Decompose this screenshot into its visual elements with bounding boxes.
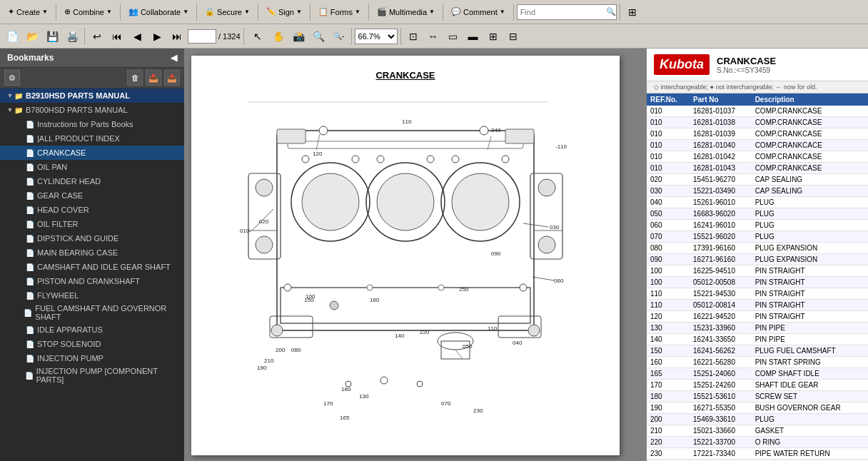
sidebar-import-button[interactable]: 📥 [146,70,161,86]
table-row[interactable]: 170 15251-24260 SHAFT IDLE GEAR [647,380,868,391]
sidebar-item-gear-case[interactable]: 📄 GEAR CASE [0,188,184,203]
table-row[interactable]: 020 15451-96270 CAP SEALING [647,174,868,186]
single-page-button[interactable]: ▭ [444,27,463,46]
sidebar-item-b7800hsd[interactable]: ▼ 📁 B7800HSD PARTS MANUAL [0,103,184,117]
open-button[interactable]: 📂 [23,27,41,46]
table-row[interactable]: 200 15469-33610 PLUG [647,414,868,425]
sidebar-item-instructions[interactable]: 📄 Instructions for Parts Books [0,117,184,131]
find-box[interactable]: 🔍 [517,4,617,20]
collaborate-menu[interactable]: 👥 Collaborate ▼ [123,3,193,21]
save-button[interactable]: 💾 [43,27,61,46]
sidebar-item-main-bearing[interactable]: 📄 MAIN BEARING CASE [0,245,184,260]
table-row[interactable]: 140 16241-33650 PIN PIPE [647,334,868,345]
table-row[interactable]: 165 15251-24060 COMP SHAFT IDLE [647,368,868,380]
print-button[interactable]: 🖨️ [63,27,81,46]
last-page-button[interactable]: ⏭ [168,27,186,46]
sidebar-settings-button[interactable]: ⚙ [4,70,20,86]
svg-rect-8 [288,141,523,148]
svg-text:-110: -110 [555,143,567,150]
sidebar-item-injection-pump-comp[interactable]: 📄 INJECTION PUMP [COMPONENT PARTS] [0,365,184,385]
table-row[interactable]: 040 15261-96010 PLUG [647,197,868,208]
table-row[interactable]: 060 16241-96010 PLUG [647,220,868,231]
sidebar-item-camshaft[interactable]: 📄 CAMSHAFT AND IDLE GEAR SHAFT [0,260,184,274]
multi-page-button[interactable]: ⊟ [504,27,523,46]
table-row[interactable]: 100 05012-00508 PIN STRAIGHT [647,277,868,288]
new-doc-button[interactable]: 📄 [3,27,21,46]
zoom-out-button[interactable]: 🔍- [330,27,348,46]
snapshot-tool-button[interactable]: 📸 [290,27,308,46]
table-row[interactable]: 010 16281-01040 COMP.CRANKCACE [647,140,868,151]
sidebar-item-all-product[interactable]: 📄 |ALL PRODUCT INDEX [0,131,184,146]
table-row[interactable]: 050 16683-96020 PLUG [647,208,868,220]
sidebar-item-b2910hsd[interactable]: ▼ 📁 B2910HSD PARTS MANUAL [0,88,184,103]
expand-button[interactable]: ⊞ [623,3,642,21]
zoom-select[interactable]: 66.7% 50% 75% 100% 125% 150% [355,29,398,44]
sidebar-item-crankcase[interactable]: 📄 CRANKCASE [0,146,184,160]
cell-desc: COMP.CRANKCASE [752,117,868,128]
sidebar-export-button[interactable]: 📤 [164,70,180,86]
multimedia-menu[interactable]: 🎬 Multimedia ▼ [372,3,440,21]
sidebar-item-dipstick[interactable]: 📄 DIPSTICK AND GUIDE [0,231,184,245]
page-current-input[interactable]: 535 [188,29,216,44]
sidebar-delete-button[interactable]: 🗑 [127,70,143,86]
serial-number: S.No.:<=SY3459 [717,66,776,74]
secure-menu[interactable]: 🔒 Secure ▼ [200,3,255,21]
find-input[interactable] [520,8,606,16]
sidebar-item-oil-filter[interactable]: 📄 OIL FILTER [0,217,184,231]
tree-label: FUEL CAMSHAFT AND GOVERNOR SHAFT [35,304,181,321]
tree-label: Instructions for Parts Books [37,120,133,128]
select-tool-button[interactable]: ↖ [247,27,268,46]
table-row[interactable]: 010 16281-01043 COMP.CRANKCASE [647,163,868,174]
sidebar-item-injection-pump[interactable]: 📄 INJECTION PUMP [0,351,184,365]
table-row[interactable]: 010 16281-01038 COMP.CRANKCASE [647,117,868,128]
svg-text:190: 190 [257,365,267,371]
table-row[interactable]: 120 16221-94520 PIN STRAIGHT [647,311,868,323]
sidebar-item-piston[interactable]: 📄 PISTON AND CRANKSHAFT [0,274,184,288]
sign-menu[interactable]: ✏️ Sign ▼ [261,3,307,21]
table-row[interactable]: 110 15221-94530 PIN STRAIGHT [647,288,868,300]
cell-desc: PIN STRAIGHT [752,311,868,323]
sidebar-item-idle-apparatus[interactable]: 📄 IDLE APPARATUS [0,323,184,337]
table-row[interactable]: 110 05012-00814 PIN STRAIGHT [647,300,868,311]
next-page-button[interactable]: ▶ [148,27,166,46]
doc-icon: 📄 [26,178,34,186]
continuous-button[interactable]: ▬ [464,27,483,46]
create-menu[interactable]: ✦ Create ▼ [3,3,53,21]
table-row[interactable]: 030 15221-03490 CAP SEALING [647,186,868,197]
table-row[interactable]: 080 17391-96160 PLUG EXPANSION [647,243,868,254]
fit-page-button[interactable]: ⊡ [404,27,423,46]
table-row[interactable]: 160 16221-56280 PIN START SPRING [647,357,868,368]
table-row[interactable]: 210 15021-33660 GASKET [647,425,868,437]
sidebar-item-fuel-camshaft[interactable]: 📄 FUEL CAMSHAFT AND GOVERNOR SHAFT [0,303,184,323]
page-total: 1324 [223,32,240,41]
first-page-button[interactable]: ⏮ [108,27,126,46]
sidebar-item-cylinder-head[interactable]: 📄 CYLINDER HEAD [0,174,184,188]
forms-menu[interactable]: 📋 Forms ▼ [313,3,365,21]
table-row[interactable]: 150 16241-56262 PLUG FUEL CAMSHAFT [647,345,868,357]
zoom-in-button[interactable]: 🔍 [310,27,328,46]
table-row[interactable]: 010 16281-01037 COMP.CRANKCASE [647,106,868,117]
comment-menu[interactable]: 💬 Comment ▼ [446,3,510,21]
hand-tool-button[interactable]: ✋ [270,27,288,46]
table-row[interactable]: 220 15221-33700 O RING [647,437,868,448]
prev-page-button[interactable]: ◀ [128,27,146,46]
table-row[interactable]: 100 16225-94510 PIN STRAIGHT [647,265,868,277]
table-row[interactable]: 090 16271-96160 PLUG EXPANSION [647,254,868,265]
svg-rect-76 [505,129,534,143]
table-row[interactable]: 070 15521-96020 PLUG [647,231,868,243]
table-row[interactable]: 180 15521-53610 SCREW SET [647,391,868,402]
sidebar-item-oil-pan[interactable]: 📄 OIL PAN [0,160,184,174]
fit-width-button[interactable]: ↔ [424,27,443,46]
sidebar-item-stop-solenoid[interactable]: 📄 STOP SOLENOID [0,337,184,351]
sidebar-collapse-icon[interactable]: ◀ [171,53,177,63]
table-row[interactable]: 130 15231-33960 PIN PIPE [647,323,868,334]
table-row[interactable]: 010 16281-01042 COMP.CRANKCASE [647,151,868,163]
table-row[interactable]: 230 17221-73340 PIPE WATER RETURN [647,448,868,460]
two-page-button[interactable]: ⊞ [484,27,503,46]
undo-button[interactable]: ↩ [88,27,106,46]
combine-menu[interactable]: ⊕ Combine ▼ [59,3,117,21]
table-row[interactable]: 010 16281-01039 COMP.CRANKCASE [647,128,868,140]
table-row[interactable]: 190 16271-55350 BUSH GOVERNOR GEAR [647,402,868,414]
sidebar-item-head-cover[interactable]: 📄 HEAD COVER [0,203,184,217]
sidebar-item-flywheel[interactable]: 📄 FLYWHEEL [0,288,184,303]
